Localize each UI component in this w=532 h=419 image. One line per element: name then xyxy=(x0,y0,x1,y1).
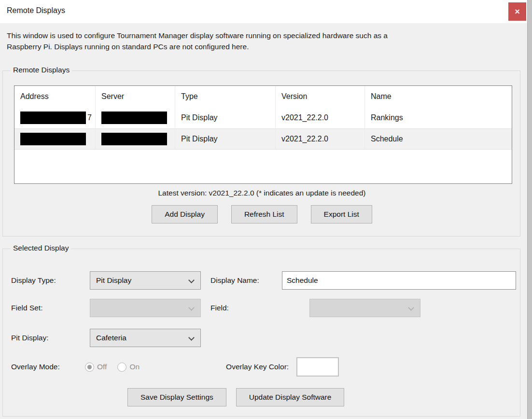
column-header-server[interactable]: Server xyxy=(95,86,175,107)
latest-version-note: Latest version: v2021_22.2.0 (* indicate… xyxy=(3,189,521,197)
title-bar: Remote Displays ✕ xyxy=(0,0,532,23)
cell-address: 7 xyxy=(14,107,95,128)
right-edge-strip xyxy=(527,0,532,419)
save-display-settings-button[interactable]: Save Display Settings xyxy=(127,388,226,406)
cell-version: v2021_22.2.0 xyxy=(275,107,364,128)
display-type-label: Display Type: xyxy=(11,276,90,285)
display-type-value: Pit Display xyxy=(96,276,131,285)
radio-off-icon xyxy=(85,363,94,372)
selected-display-buttons: Save Display Settings Update Display Sof… xyxy=(11,387,516,407)
field-dropdown xyxy=(309,299,420,317)
remote-displays-buttons: Add Display Refresh List Export List xyxy=(3,205,521,223)
table-row[interactable]: 7 Pit Display v2021_22.2.0 Rankings xyxy=(14,107,512,128)
description-line-2: Raspberry Pi. Displays running on standa… xyxy=(7,41,518,52)
chevron-down-icon xyxy=(188,335,195,341)
overlay-on-label: On xyxy=(129,363,140,371)
column-header-name[interactable]: Name xyxy=(364,86,512,107)
display-name-label: Display Name: xyxy=(210,276,282,285)
cell-address xyxy=(14,129,95,149)
window-title: Remote Displays xyxy=(7,6,65,15)
remote-displays-group-label: Remote Displays xyxy=(11,66,72,74)
remote-displays-group: Remote Displays Address Server Type Vers… xyxy=(2,70,520,237)
field-label: Field: xyxy=(210,304,309,312)
chevron-down-icon xyxy=(188,305,195,311)
export-list-button[interactable]: Export List xyxy=(311,205,372,223)
pit-display-row: Pit Display: Cafeteria xyxy=(11,328,516,348)
column-header-version[interactable]: Version xyxy=(275,86,364,107)
cell-type: Pit Display xyxy=(175,107,275,128)
overlay-off-option: Off xyxy=(85,363,107,372)
column-header-type[interactable]: Type xyxy=(175,86,275,107)
description-text: This window is used to configure Tournam… xyxy=(7,30,518,52)
cell-type: Pit Display xyxy=(175,129,275,149)
overlay-mode-row: Overlay Mode: Off On Overlay Key Color: xyxy=(11,356,516,377)
cell-version: v2021_22.2.0 xyxy=(275,129,364,149)
displays-table: Address Server Type Version Name 7 Pit D… xyxy=(14,85,512,184)
overlay-mode-label: Overlay Mode: xyxy=(11,363,85,371)
field-set-row: Field Set: Field: xyxy=(11,298,516,318)
refresh-list-button[interactable]: Refresh List xyxy=(231,205,297,223)
pit-display-label: Pit Display: xyxy=(11,334,90,342)
description-line-1: This window is used to configure Tournam… xyxy=(7,30,518,41)
selected-display-group: Selected Display Display Type: Pit Displ… xyxy=(2,249,520,417)
cell-name: Schedule xyxy=(364,129,512,149)
chevron-down-icon xyxy=(188,277,195,283)
overlay-on-option: On xyxy=(117,363,140,372)
column-header-address[interactable]: Address xyxy=(14,86,95,107)
selected-display-group-label: Selected Display xyxy=(11,244,71,252)
redaction-bar xyxy=(101,133,167,145)
table-header-row: Address Server Type Version Name xyxy=(14,86,512,107)
cell-server xyxy=(95,129,175,149)
overlay-key-color-label: Overlay Key Color: xyxy=(226,363,289,371)
cell-server xyxy=(95,107,175,128)
chevron-down-icon xyxy=(408,305,414,311)
redaction-bar xyxy=(20,133,86,145)
overlay-off-label: Off xyxy=(97,363,107,371)
overlay-key-color-box xyxy=(296,357,339,377)
field-set-dropdown xyxy=(90,299,201,317)
display-name-input[interactable] xyxy=(282,271,516,290)
add-display-button[interactable]: Add Display xyxy=(152,205,218,223)
close-icon: ✕ xyxy=(515,8,520,15)
display-type-dropdown[interactable]: Pit Display xyxy=(90,271,201,290)
update-display-software-button[interactable]: Update Display Software xyxy=(236,388,345,406)
address-visible-suffix: 7 xyxy=(87,113,92,122)
remote-displays-dialog: Remote Displays ✕ This window is used to… xyxy=(0,0,532,419)
redaction-bar xyxy=(20,112,86,124)
close-button[interactable]: ✕ xyxy=(508,2,526,21)
pit-display-dropdown[interactable]: Cafeteria xyxy=(90,329,201,347)
radio-on-icon xyxy=(117,363,126,372)
field-set-label: Field Set: xyxy=(11,304,90,312)
redaction-bar xyxy=(101,112,167,124)
table-row-selected[interactable]: Pit Display v2021_22.2.0 Schedule xyxy=(14,128,512,150)
pit-display-value: Cafeteria xyxy=(96,334,126,342)
display-type-row: Display Type: Pit Display Display Name: xyxy=(11,271,516,290)
cell-name: Rankings xyxy=(364,107,512,128)
